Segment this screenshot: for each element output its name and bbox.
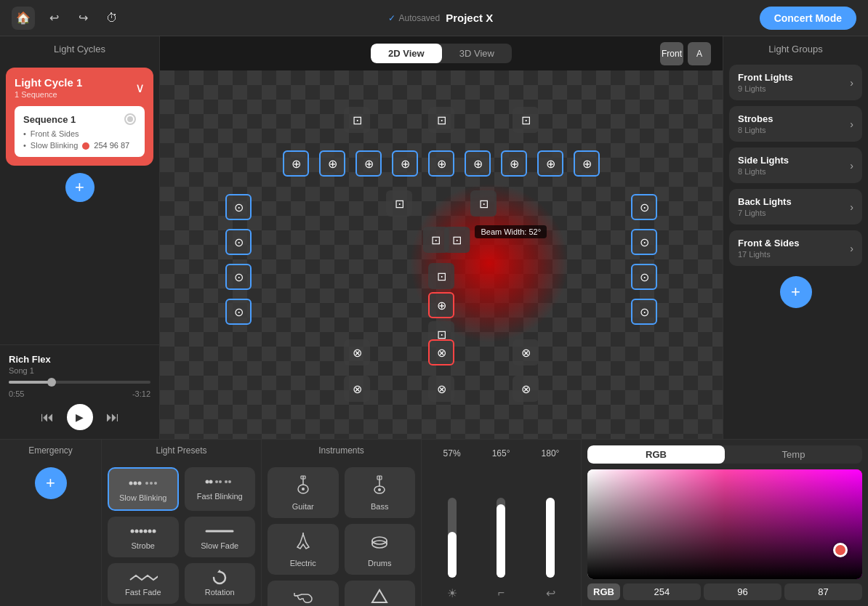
light-group-back-lights[interactable]: Back Lights 7 Lights › [729, 189, 862, 225]
electric-icon [293, 531, 313, 556]
light-group-front-lights[interactable]: Front Lights 9 Lights › [729, 65, 862, 100]
color-picker[interactable] [587, 469, 862, 579]
rgb-b-value[interactable]: 87 [784, 583, 862, 600]
current-time: 0:55 [9, 389, 24, 398]
next-button[interactable]: ⏭ [106, 410, 119, 425]
drums-icon [369, 531, 390, 556]
top-bar: 🏠 ↩ ↪ ⏱ Autosaved Project X Concert Mode [0, 0, 868, 36]
autosaved-label: Autosaved [388, 13, 440, 23]
strobes-chevron[interactable]: › [850, 118, 853, 130]
front-lights-name: Front Lights [738, 72, 793, 83]
song-progress-bar[interactable] [9, 381, 150, 384]
light-cycles-title: Light Cycles [0, 36, 159, 62]
emergency-add-button[interactable]: + [35, 467, 67, 499]
history-button[interactable]: ⏱ [102, 8, 122, 28]
prev-button[interactable]: ⏮ [41, 410, 54, 425]
brightness-icon: ☀ [430, 586, 474, 600]
svg-point-23 [302, 488, 305, 490]
view-toolbar: 2D View 3D View Front A [160, 36, 723, 70]
rgb-g-value[interactable]: 96 [704, 583, 781, 600]
slider-angle [497, 498, 505, 578]
preset-fast-fade[interactable]: Fast Fade [108, 563, 179, 604]
front-label-button[interactable]: Front [660, 42, 683, 65]
svg-point-13 [134, 530, 138, 533]
record-button[interactable] [124, 113, 136, 125]
light-cycle-chevron[interactable]: ∨ [135, 80, 145, 96]
svg-point-7 [209, 480, 213, 484]
slider-val-1: 165° [492, 448, 510, 458]
back-lights-count: 7 Lights [738, 209, 792, 217]
3d-view-button[interactable]: 3D View [442, 44, 512, 63]
color-picker-handle[interactable] [833, 543, 848, 557]
electric-label: Electric [290, 559, 316, 567]
left-panel: Light Cycles Light Cycle 1 1 Sequence ∨ … [0, 36, 160, 439]
brightness-slider-track[interactable] [448, 498, 457, 578]
rgb-r-value[interactable]: 254 [623, 583, 701, 600]
side-lights-chevron[interactable]: › [850, 160, 853, 171]
temp-tab[interactable]: Temp [725, 445, 862, 464]
light-group-front-and-sides[interactable]: Front & Sides 17 Lights › [729, 230, 862, 266]
instrument-electric[interactable]: Electric [268, 524, 339, 575]
instrument-trumpet[interactable]: Trumpet [268, 581, 339, 606]
slow-fade-icon [205, 524, 234, 538]
back-lights-chevron[interactable]: › [850, 201, 853, 213]
preset-slow-fade[interactable]: Slow Fade [185, 517, 256, 557]
a-label-button[interactable]: A [688, 42, 711, 65]
slider-val-2: 180° [542, 448, 560, 458]
undo-button[interactable]: ↩ [44, 8, 64, 28]
strobes-name: Strobes [738, 113, 773, 124]
sequence-item[interactable]: Sequence 1 • Front & Sides • Slow Blinki… [15, 106, 145, 157]
emergency-section: Emergency + [0, 440, 102, 606]
svg-point-11 [228, 480, 231, 483]
instruments-label: Instruments [262, 440, 421, 461]
beam-tooltip: Beam Width: 52° [475, 225, 547, 238]
preset-slow-fade-label: Slow Fade [201, 541, 238, 550]
rgb-label: RGB [587, 583, 620, 600]
preset-fast-blinking[interactable]: Fast Blinking [185, 467, 256, 511]
bass-icon [369, 474, 390, 499]
bottom-panel: Emergency + Light Presets Slow Blinki [0, 439, 868, 606]
concert-mode-button[interactable]: Concert Mode [760, 7, 856, 30]
instrument-bass[interactable]: Bass [345, 467, 416, 518]
front-lights-chevron[interactable]: › [850, 77, 853, 89]
svg-point-5 [154, 482, 157, 485]
fast-blinking-icon [205, 474, 234, 489]
presets-section: Light Presets Slow Blinking [102, 440, 262, 606]
preset-strobe[interactable]: Strobe [108, 517, 179, 557]
seq-prop-blinking: • Slow Blinking 254 96 87 [23, 140, 136, 150]
instrument-drums[interactable]: Drums [345, 524, 416, 575]
rgb-section: RGB Temp RGB 254 96 87 [582, 440, 868, 606]
play-button[interactable]: ▶ [67, 404, 93, 430]
svg-point-9 [219, 480, 222, 483]
redo-button[interactable]: ↪ [73, 8, 93, 28]
preset-slow-blinking[interactable]: Slow Blinking [108, 467, 179, 511]
guitar-label: Guitar [292, 502, 314, 511]
instrument-triangle[interactable]: Triangle [345, 581, 416, 606]
svg-marker-34 [372, 590, 387, 602]
preset-strobe-label: Strobe [132, 541, 155, 550]
light-group-side-lights[interactable]: Side Lights 8 Lights › [729, 148, 862, 183]
light-group-strobes[interactable]: Strobes 8 Lights › [729, 106, 862, 142]
angle-slider-track[interactable] [497, 498, 505, 578]
preset-fast-fade-label: Fast Fade [125, 588, 161, 597]
seq-prop-frontsides: • Front & Sides [23, 129, 136, 138]
player-panel: Rich Flex Song 1 0:55 -3:12 ⏮ ▶ ⏭ [0, 344, 159, 439]
home-button[interactable]: 🏠 [12, 7, 35, 30]
sliders-section: 57% 165° 180° [422, 440, 582, 606]
instrument-guitar[interactable]: Guitar [268, 467, 339, 518]
add-light-group-button[interactable]: + [780, 276, 812, 308]
svg-point-8 [215, 480, 218, 483]
preset-fast-blinking-label: Fast Blinking [197, 492, 243, 501]
triangle-icon [371, 588, 388, 606]
svg-point-12 [130, 530, 134, 533]
front-sides-chevron[interactable]: › [850, 243, 853, 254]
stage-area[interactable]: Beam Width: 52° ⊡ ⊡ ⊡ ⊕ ⊕ ⊕ ⊕ ⊕ ⊕ ⊕ [160, 70, 723, 439]
project-title: Project X [446, 12, 493, 24]
2d-view-button[interactable]: 2D View [371, 44, 442, 63]
rotation-slider-track[interactable] [546, 498, 555, 578]
add-light-cycle-button[interactable]: + [65, 173, 95, 202]
rgb-tab[interactable]: RGB [587, 445, 725, 464]
preset-rotation[interactable]: Rotation [185, 563, 256, 604]
tilt-icon: ⌐ [479, 586, 523, 600]
side-lights-count: 8 Lights [738, 167, 789, 176]
